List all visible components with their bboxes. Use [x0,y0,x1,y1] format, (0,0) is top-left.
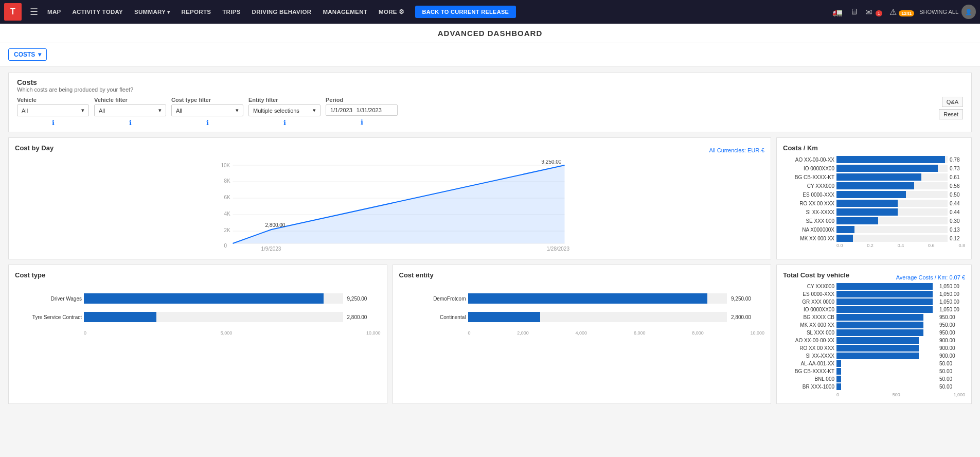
vehicle-bar-label: CY XXX000 [783,284,834,289]
alert-icon[interactable]: ⚠ 1241 [887,6,916,18]
cost-type-arrow: ▾ [236,107,239,114]
vehicle-bar-label: SI XX-XXXX [783,353,834,359]
bar-fill [836,165,938,172]
bar-value: 0.44 [950,201,965,206]
axis-label: 500 [893,392,900,397]
total-cost-vehicle-chart: Total Cost by vehicle Average Costs / Km… [776,265,972,404]
user-avatar[interactable]: 👤 [961,5,976,19]
bar-row: SE XXX 000 0.30 [783,217,965,224]
toolbar: COSTS ▾ [0,43,980,66]
cost-type-info-icon[interactable]: ℹ [171,119,243,127]
costs-dropdown[interactable]: COSTS ▾ [8,48,47,61]
hamburger-menu[interactable]: ☰ [27,4,41,20]
bar-track [836,208,948,216]
bar-fill [836,235,853,242]
vehicle-bar-label: BNL 000 [783,376,834,382]
nav-map[interactable]: MAP [42,7,66,17]
total-cost-bars: CY XXX000 1,050.00 ES 0000-XXX 1,050.00 … [783,283,965,397]
monitor-icon[interactable]: 🖥 [848,6,860,17]
vehicle-bar-row: IO 0000XX00 1,050.00 [783,306,965,313]
svg-text:4K: 4K [224,211,231,217]
axis-label: 0 [468,330,471,336]
bar-label: DemoFrotcom [399,296,466,302]
nav-more[interactable]: MORE ⚙ [373,6,410,17]
entity-info-icon[interactable]: ℹ [248,119,320,127]
nav-activity-today[interactable]: ACTIVITY TODAY [67,7,128,17]
vehicle-value: All [22,108,28,114]
period-dates[interactable]: 1/1/2023 1/31/2023 [326,104,398,116]
back-to-current-release-button[interactable]: BACK TO CURRENT RELEASE [415,6,516,18]
axis-label: 0 [84,330,86,336]
bar-fill [836,191,906,198]
vehicle-bar-label: BG XXXX CB [783,314,834,320]
cost-type-bars: Driver Wages 9,250.00 Tyre Service Contr… [15,283,381,336]
vehicle-bar-label: MK XX 000 XX [783,322,834,328]
bar-label: BG CB-XXXX-KT [783,174,834,180]
content-area: Costs Which costs are being produced by … [0,66,980,410]
vehicle-bar-value: 950.00 [939,314,965,320]
alert-badge: 1241 [899,10,914,16]
entity-select[interactable]: Multiple selections ▾ [248,104,320,116]
period-start: 1/1/2023 [330,107,352,113]
nav-reports[interactable]: REPORTS [176,7,217,17]
vehicle-bar-value: 1,050.00 [939,307,965,312]
bar-track [84,312,343,322]
vehicle-bar-track [836,314,937,321]
vehicle-bar-value: 50.00 [939,384,965,390]
bar-row: BG CB-XXXX-KT 0.61 [783,173,965,181]
vehicle-bar-track [836,368,937,375]
vehicle-bar-row: AL-AA-001-XX 50.00 [783,360,965,367]
cost-entity-title: Cost entity [399,271,765,279]
vehicle-bar-fill [836,306,933,313]
entity-value: Multiple selections [253,108,299,114]
showing-label[interactable]: SHOWING ALL [919,9,958,15]
vehicle-bar-track [836,376,937,382]
nav-driving-behavior[interactable]: DRIVING BEHAVIOR [247,7,317,17]
period-end: 1/31/2023 [357,107,382,113]
bar-value: 9,250.00 [731,296,764,302]
vehicle-bar-value: 50.00 [939,368,965,374]
nav-trips[interactable]: TRIPS [217,7,245,17]
bar-row: CY XXX000 0.56 [783,182,965,189]
vehicle-select[interactable]: All ▾ [17,104,89,116]
vehicle-bar-value: 50.00 [939,376,965,382]
vehicle-bar-row: BR XXX-1000 50.00 [783,383,965,390]
cost-type-select[interactable]: All ▾ [171,104,243,116]
currency-link[interactable]: All Currencies: EUR-€ [709,147,764,153]
nav-summary[interactable]: SUMMARY [129,7,175,17]
truck-icon[interactable]: 🚛 [830,6,845,18]
vehicle-filter-info-icon[interactable]: ℹ [94,119,166,127]
svg-text:2,800.00: 2,800.00 [265,222,286,228]
bar-row: IO 0000XX00 0.73 [783,165,965,172]
vehicle-bar-fill [836,353,919,359]
period-info-icon[interactable]: ℹ [326,118,398,126]
qa-button[interactable]: Q&A [942,97,963,107]
svg-text:9,250.00: 9,250.00 [542,160,562,165]
vehicle-bar-label: RO XX 00 XXX [783,345,834,351]
mail-icon[interactable]: ✉ 1 [863,6,884,18]
bar-track [468,312,727,322]
app-logo[interactable]: T [4,3,22,21]
bar-value: 0.13 [950,227,965,233]
svg-text:2K: 2K [224,227,231,233]
vehicle-bar-value: 900.00 [939,353,965,359]
vehicle-bar-track [836,337,937,344]
vehicle-filter-select[interactable]: All ▾ [94,104,166,116]
top-navigation: T ☰ MAP ACTIVITY TODAY SUMMARY REPORTS T… [0,0,980,24]
bar-value: 0.30 [950,218,965,224]
vehicle-bar-track [836,298,937,305]
cost-type-label: Cost type filter [171,97,243,103]
vehicle-bar-value: 50.00 [939,361,965,366]
vehicle-bar-fill [836,376,841,382]
vehicle-bar-row: SI XX-XXXX 900.00 [783,353,965,359]
vehicle-bar-value: 900.00 [939,345,965,351]
vehicle-filter-arrow: ▾ [158,107,162,114]
vehicle-info-icon[interactable]: ℹ [17,119,89,127]
nav-management[interactable]: MANAGEMENT [317,7,372,17]
axis-label: 0.2 [867,243,874,248]
vehicle-bar-label: GR XXX 0000 [783,299,834,305]
bar-track [836,156,948,163]
vehicle-bar-row: AO XX-00-00-XX 900.00 [783,337,965,344]
vehicle-bar-value: 1,050.00 [939,284,965,289]
reset-button[interactable]: Reset [939,109,963,119]
